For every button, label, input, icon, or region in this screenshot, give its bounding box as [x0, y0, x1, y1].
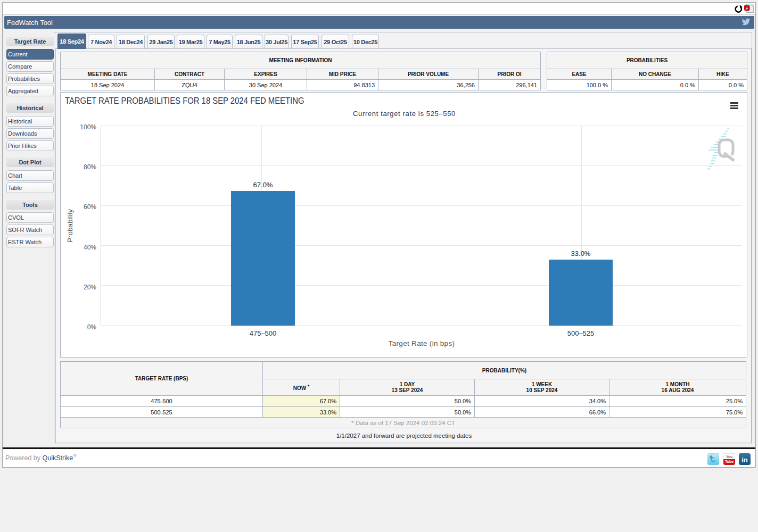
svg-text:You: You: [726, 455, 733, 459]
svg-text:Tube: Tube: [725, 460, 734, 463]
svg-text:in: in: [741, 456, 748, 464]
